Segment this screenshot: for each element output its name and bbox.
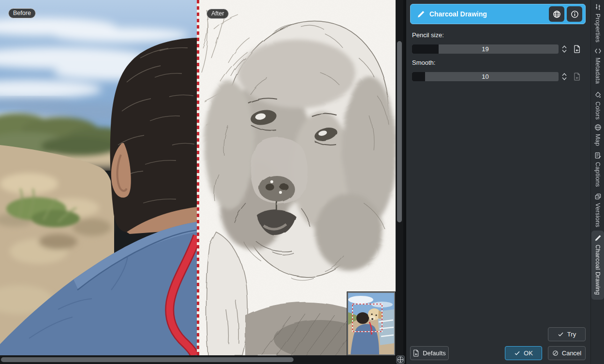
tab-charcoal-drawing-label: Charcoal Drawing <box>594 245 601 295</box>
captions-icon <box>594 152 602 159</box>
reset-default-icon <box>413 349 419 357</box>
smooth-value: 10 <box>412 72 559 81</box>
tab-captions-label: Captions <box>594 162 601 187</box>
spin-down-icon[interactable] <box>561 77 568 81</box>
spin-down-icon[interactable] <box>561 49 568 53</box>
pencil-size-label: Pencil size: <box>412 31 444 39</box>
cancel-label: Cancel <box>562 349 581 357</box>
info-icon <box>571 10 579 18</box>
after-badge: After <box>206 9 229 19</box>
try-button[interactable]: Try <box>548 327 586 341</box>
online-help-button[interactable] <box>549 6 564 22</box>
cancel-button[interactable]: Cancel <box>548 346 586 360</box>
pencil-icon <box>417 10 425 18</box>
tool-settings-panel: Charcoal Drawing Pencil size: 19 <box>406 0 590 364</box>
tab-metadata[interactable]: Metadata <box>591 47 604 84</box>
image-canvas[interactable]: Before After <box>0 0 396 355</box>
colors-icon <box>594 91 602 99</box>
spin-up-icon[interactable] <box>561 73 568 76</box>
tab-colors-label: Colors <box>594 102 601 120</box>
pan-icon <box>397 356 404 363</box>
properties-icon <box>594 3 602 11</box>
ok-button[interactable]: OK <box>505 346 542 360</box>
versions-icon <box>594 193 602 200</box>
before-image <box>0 0 197 355</box>
tab-metadata-label: Metadata <box>594 58 601 84</box>
map-globe-icon <box>594 124 602 131</box>
reset-smooth-button <box>573 72 581 81</box>
tab-versions[interactable]: Versions <box>591 193 604 227</box>
ok-label: OK <box>524 349 533 357</box>
cancel-icon <box>552 350 559 356</box>
tool-header: Charcoal Drawing <box>410 4 586 24</box>
tab-captions[interactable]: Captions <box>591 152 604 187</box>
tool-info-button[interactable] <box>567 6 582 22</box>
smooth-spinner[interactable] <box>561 72 568 81</box>
pencil-size-value: 19 <box>412 44 559 54</box>
navigator-thumbnail <box>348 293 394 354</box>
metadata-icon <box>594 47 602 55</box>
horizontal-scrollbar[interactable] <box>0 355 396 364</box>
vertical-scrollbar[interactable] <box>396 0 403 355</box>
check-icon <box>558 331 564 337</box>
smooth-slider[interactable]: 10 <box>412 72 559 81</box>
before-photo <box>0 0 197 355</box>
globe-icon <box>553 10 561 18</box>
thumbnail-navigator[interactable] <box>347 292 395 355</box>
reset-default-icon <box>574 73 581 81</box>
tab-map[interactable]: Map <box>591 124 604 146</box>
check-icon <box>514 350 520 356</box>
pan-tool-button[interactable] <box>396 355 405 364</box>
reset-pencil-size-button[interactable] <box>573 44 581 54</box>
before-after-divider[interactable] <box>197 0 199 355</box>
try-label: Try <box>567 331 576 338</box>
horizontal-scrollbar-thumb[interactable] <box>1 357 294 362</box>
pencil-icon <box>594 234 602 242</box>
pencil-size-slider[interactable]: 19 <box>412 44 559 54</box>
vertical-scrollbar-thumb[interactable] <box>397 41 402 222</box>
tab-properties-label: Properties <box>594 14 601 43</box>
defaults-button[interactable]: Defaults <box>410 346 449 360</box>
tab-map-label: Map <box>594 134 601 146</box>
image-editor-window: Before After <box>0 0 604 364</box>
pencil-size-spinner[interactable] <box>561 44 568 54</box>
side-tabbar: Properties Metadata Colors Map <box>590 0 604 364</box>
defaults-label: Defaults <box>423 349 446 357</box>
tab-colors[interactable]: Colors <box>591 91 604 120</box>
before-badge: Before <box>8 8 36 18</box>
spin-up-icon[interactable] <box>561 45 568 49</box>
reset-default-icon <box>574 45 581 53</box>
tab-charcoal-drawing[interactable]: Charcoal Drawing <box>591 231 604 300</box>
tool-title: Charcoal Drawing <box>429 10 546 18</box>
tab-properties[interactable]: Properties <box>591 3 604 43</box>
tab-versions-label: Versions <box>594 203 601 227</box>
smooth-label: Smooth: <box>412 59 435 66</box>
